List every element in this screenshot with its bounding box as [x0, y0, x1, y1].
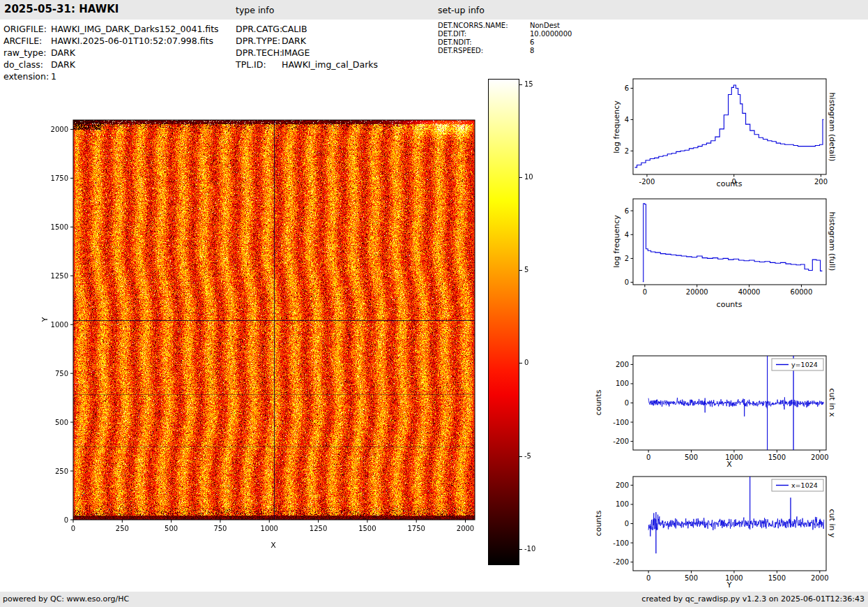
setup-info-heading: set-up info [438, 5, 485, 15]
meta-value: 6 [530, 38, 534, 47]
meta-label: DPR.CATG: [236, 23, 282, 35]
meta-value: IMAGE [282, 47, 310, 59]
meta-row: DPR.CATG:CALIB [236, 23, 378, 35]
meta-row: DET.DIT:10.0000000 [438, 30, 572, 38]
meta-label: ORIGFILE: [3, 23, 51, 35]
colorbar-tick-mark [519, 177, 522, 178]
y-tick-label: 1500 [51, 223, 68, 231]
y-tick-label: 2 [625, 147, 629, 155]
y-tick-label: 2 [625, 255, 629, 262]
meta-label: DET.NDIT: [438, 38, 530, 47]
x-tick-label: 500 [685, 454, 698, 461]
cut-in-x-ylabel: counts [594, 390, 603, 416]
y-tick-label: -100 [613, 539, 629, 547]
x-tick-label: 1750 [407, 525, 425, 532]
colorbar-tick-label: 10 [524, 173, 533, 181]
x-tick-label: 60000 [791, 288, 813, 296]
meta-label: raw_type: [3, 47, 51, 59]
y-tick-label: 0 [64, 516, 68, 524]
main-xlabel: X [271, 541, 276, 550]
x-tick-label: 2000 [811, 454, 828, 461]
meta-value: DARK [51, 47, 75, 59]
meta-row: DPR.TECH:IMAGE [236, 47, 378, 59]
y-tick-label: 6 [625, 207, 629, 215]
y-tick-label: -100 [613, 419, 629, 426]
meta-value: 10.0000000 [530, 30, 572, 38]
axes-frame [633, 199, 826, 285]
y-tick-label: 250 [55, 467, 68, 475]
meta-row: DPR.TYPE:DARK [236, 35, 378, 47]
file-info-block: ORIGFILE:HAWKI_IMG_DARK_Darks152_0041.fi… [3, 23, 219, 82]
meta-label: DET.RSPEED: [438, 47, 530, 55]
footer-qc-link-text: powered by QC: www.eso.org/HC [3, 594, 129, 604]
meta-value: NonDest [530, 22, 560, 30]
meta-row: DET.NDIT:6 [438, 38, 572, 47]
x-tick-label: 0 [71, 525, 75, 532]
meta-value: DARK [51, 59, 75, 70]
x-tick-label: 2000 [457, 525, 474, 532]
histogram-full-ylabel: log frequency [612, 215, 621, 267]
cut-in-y-ylabel: counts [594, 511, 603, 537]
colorbar-tick-label: 15 [524, 80, 533, 88]
colorbar-tick-mark [519, 456, 522, 457]
histogram-detail-xlabel: counts [717, 179, 743, 188]
cut-in-x-xlabel: X [726, 460, 732, 469]
header-bar: 2025-05-31: HAWKI type info set-up info [0, 0, 868, 20]
setup-info-block: DET.NCORRS.NAME:NonDest DET.DIT:10.00000… [438, 22, 572, 55]
meta-value: HAWKI.2025-06-01T10:52:07.998.fits [51, 35, 213, 47]
main-image-axes: 0250500750100012501500175020000250500750… [38, 94, 526, 555]
meta-value: 1 [51, 70, 56, 82]
y-tick-label: 100 [616, 380, 629, 387]
meta-value: DARK [282, 35, 306, 47]
colorbar-tick-label: 5 [524, 266, 528, 273]
x-tick-label: 0 [646, 454, 650, 461]
cut-in-y-xlabel: Y [727, 580, 732, 590]
y-tick-label: 4 [625, 116, 629, 123]
y-tick-label: -200 [613, 437, 629, 445]
x-tick-label: 750 [213, 525, 227, 532]
cut-in-y-side-label: cut in y [828, 509, 837, 538]
x-tick-label: 2000 [811, 574, 828, 582]
meta-row: do_class:DARK [3, 59, 219, 70]
meta-value: 8 [530, 47, 534, 55]
y-tick-label: 750 [55, 370, 68, 377]
meta-label: DPR.TYPE: [236, 35, 282, 47]
y-tick-label: 500 [55, 419, 68, 426]
meta-label: extension: [3, 70, 51, 82]
x-tick-label: 0 [646, 574, 650, 582]
colorbar-tick-label: -5 [524, 452, 531, 460]
meta-label: DET.DIT: [438, 30, 530, 38]
y-tick-label: 0 [625, 278, 629, 286]
y-tick-label: 1250 [51, 272, 68, 280]
meta-row: ORIGFILE:HAWKI_IMG_DARK_Darks152_0041.fi… [3, 23, 219, 35]
y-tick-label: -200 [613, 558, 629, 566]
colorbar-tick-mark [519, 549, 522, 550]
meta-label: TPL.ID: [236, 59, 282, 70]
legend-label: x=1024 [791, 481, 818, 489]
y-tick-label: 2000 [51, 126, 68, 133]
meta-label: DET.NCORRS.NAME: [438, 22, 530, 30]
colorbar-tick-mark [519, 84, 522, 85]
meta-row: DET.RSPEED:8 [438, 47, 572, 55]
colorbar-tick-mark [519, 363, 522, 364]
colorbar-tick-label: -10 [524, 545, 535, 553]
x-tick-label: -200 [639, 178, 655, 186]
colorbar [488, 79, 519, 565]
x-tick-label: 1500 [768, 454, 786, 461]
y-tick-label: 200 [616, 361, 629, 368]
cut-in-x-plot: 0500100015002000-200-1000100200y=1024 [600, 350, 840, 472]
x-tick-label: 1500 [768, 574, 786, 582]
y-tick-label: 0 [625, 399, 629, 407]
footer-created-by: created by qc_rawdisp.py v1.2.3 on 2025-… [641, 594, 865, 604]
x-tick-label: 500 [685, 574, 698, 582]
y-tick-label: 0 [625, 520, 629, 527]
x-tick-label: 1250 [310, 525, 327, 532]
meta-row: ARCFILE:HAWKI.2025-06-01T10:52:07.998.fi… [3, 35, 219, 47]
y-tick-label: 6 [625, 84, 629, 92]
histogram-detail-side-label: histogram (detail) [828, 93, 837, 162]
footer-bar: powered by QC: www.eso.org/HC created by… [0, 592, 868, 607]
qc-report-page: 2025-05-31: HAWKI type info set-up info … [0, 0, 868, 607]
x-tick-label: 20000 [686, 288, 708, 296]
histogram-detail-plot: -2000200246 [600, 73, 840, 195]
cut-in-x-side-label: cut in x [828, 389, 837, 417]
